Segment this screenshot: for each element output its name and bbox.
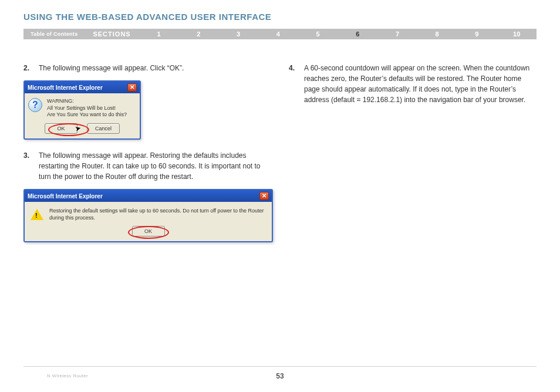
nav-section-4[interactable]: 4 bbox=[258, 31, 298, 38]
nav-section-1[interactable]: 1 bbox=[139, 31, 179, 38]
dialog1-line3: Are You Sure You want to do this? bbox=[47, 111, 127, 119]
dialog-warning-settings-lost: Microsoft Internet Explorer ✕ ? WARNING:… bbox=[23, 80, 141, 140]
nav-section-3[interactable]: 3 bbox=[218, 31, 258, 38]
step-4-number: 4. bbox=[289, 63, 298, 105]
step-4: 4. A 60-second countdown will appear on … bbox=[289, 63, 537, 105]
right-column: 4. A 60-second countdown will appear on … bbox=[289, 63, 537, 242]
dialog1-title-text: Microsoft Internet Explorer bbox=[28, 85, 103, 91]
question-icon: ? bbox=[28, 98, 42, 112]
ok-button[interactable]: OK bbox=[132, 226, 165, 236]
nav-section-9[interactable]: 9 bbox=[457, 31, 497, 38]
nav-sections-label: SECTIONS bbox=[85, 31, 139, 38]
warning-icon bbox=[31, 209, 43, 220]
nav-section-5[interactable]: 5 bbox=[298, 31, 338, 38]
cancel-button[interactable]: Cancel bbox=[87, 123, 120, 134]
section-navbar: Table of Contents SECTIONS 1 2 3 4 5 6 7… bbox=[23, 29, 537, 39]
nav-section-2[interactable]: 2 bbox=[178, 31, 218, 38]
footer-page-number: 53 bbox=[276, 372, 284, 380]
step-2-text: The following message will appear. Click… bbox=[39, 63, 271, 73]
ok-button[interactable]: OK bbox=[45, 123, 77, 134]
step-3-text: The following message will appear. Resto… bbox=[39, 150, 271, 182]
nav-section-8[interactable]: 8 bbox=[417, 31, 457, 38]
nav-section-10[interactable]: 10 bbox=[497, 31, 537, 38]
footer-product-name: N Wireless Router bbox=[47, 373, 88, 379]
nav-toc[interactable]: Table of Contents bbox=[23, 31, 85, 37]
dialog2-title-text: Microsoft Internet Explorer bbox=[28, 193, 103, 200]
step-3-number: 3. bbox=[23, 150, 33, 182]
close-icon[interactable]: ✕ bbox=[127, 83, 137, 92]
dialog1-message: WARNING: All Your Settings Will be Lost!… bbox=[47, 98, 127, 119]
step-2-number: 2. bbox=[23, 63, 33, 73]
nav-section-7[interactable]: 7 bbox=[377, 31, 417, 38]
page-heading: USING THE WEB-BASED ADVANCED USER INTERF… bbox=[23, 12, 537, 22]
dialog-restoring-defaults: Microsoft Internet Explorer ✕ Restoring … bbox=[23, 189, 273, 242]
page-footer: N Wireless Router 53 bbox=[23, 366, 537, 385]
dialog1-line1: WARNING: bbox=[47, 98, 127, 105]
dialog2-titlebar: Microsoft Internet Explorer ✕ bbox=[25, 190, 272, 202]
nav-section-6[interactable]: 6 bbox=[338, 31, 377, 38]
dialog1-line2: All Your Settings Will be Lost! bbox=[47, 105, 127, 112]
step-2: 2. The following message will appear. Cl… bbox=[23, 63, 271, 73]
step-3: 3. The following message will appear. Re… bbox=[23, 150, 271, 182]
step-4-text: A 60-second countdown will appear on the… bbox=[304, 63, 537, 105]
left-column: 2. The following message will appear. Cl… bbox=[23, 63, 271, 242]
close-icon[interactable]: ✕ bbox=[259, 192, 269, 200]
dialog2-message: Restoring the default settings will take… bbox=[49, 208, 266, 221]
dialog1-titlebar: Microsoft Internet Explorer ✕ bbox=[25, 82, 140, 93]
